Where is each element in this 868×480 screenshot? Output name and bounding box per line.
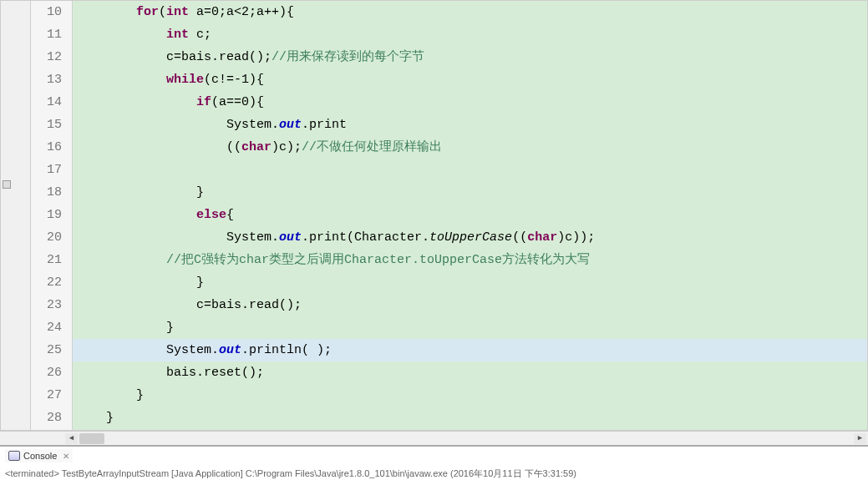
console-icon <box>8 451 20 461</box>
line-number: 14 <box>38 91 62 114</box>
line-number: 17 <box>38 159 62 181</box>
line-number: 13 <box>38 68 62 91</box>
line-number: 16 <box>38 136 62 159</box>
code-line[interactable]: for(int a=0;a<2;a++){ <box>73 1 867 23</box>
code-line[interactable]: System.out.println( ); <box>73 339 867 361</box>
line-number: 24 <box>38 316 62 339</box>
code-area: 10111213141516171819202122232425262728 f… <box>0 0 868 431</box>
code-line[interactable]: if(a==0){ <box>73 91 867 114</box>
code-line[interactable]: bais.reset(); <box>73 361 867 384</box>
code-line[interactable]: } <box>73 181 867 204</box>
code-line[interactable]: //把C强转为char类型之后调用Character.toUpperCase方法… <box>73 249 867 271</box>
code-line[interactable]: } <box>73 384 867 407</box>
line-number: 10 <box>38 1 62 23</box>
code-line[interactable]: while(c!=-1){ <box>73 68 867 91</box>
scroll-left-arrow[interactable]: ◀ <box>65 433 78 444</box>
scroll-thumb[interactable] <box>79 433 104 444</box>
line-number-gutter: 10111213141516171819202122232425262728 <box>31 1 73 430</box>
console-tab[interactable]: Console ✕ <box>5 449 73 462</box>
fold-handle[interactable] <box>3 180 11 189</box>
console-panel: Console ✕ <terminated> TestByteArrayInpu… <box>0 445 868 480</box>
line-number: 19 <box>38 204 62 226</box>
code-line[interactable]: System.out.print <box>73 114 867 136</box>
console-tab-label: Console <box>23 451 57 461</box>
left-margin <box>1 1 31 430</box>
line-number: 11 <box>38 23 62 46</box>
line-number: 22 <box>38 271 62 294</box>
line-number: 12 <box>38 46 62 68</box>
code-line[interactable]: } <box>73 271 867 294</box>
code-line[interactable]: ((char)c);//不做任何处理原样输出 <box>73 136 867 159</box>
code-line[interactable]: c=bais.read(); <box>73 294 867 316</box>
code-line[interactable]: c=bais.read();//用来保存读到的每个字节 <box>73 46 867 68</box>
line-number: 23 <box>38 294 62 316</box>
line-number: 27 <box>38 384 62 407</box>
code-content[interactable]: for(int a=0;a<2;a++){ int c; c=bais.read… <box>73 1 867 430</box>
line-number: 26 <box>38 361 62 384</box>
line-number: 20 <box>38 226 62 249</box>
line-number: 18 <box>38 181 62 204</box>
code-line[interactable]: } <box>73 407 867 429</box>
terminated-status: <terminated> TestByteArrayInputStream [J… <box>5 467 863 480</box>
code-line[interactable] <box>73 159 867 181</box>
code-line[interactable]: else{ <box>73 204 867 226</box>
editor-container: 10111213141516171819202122232425262728 f… <box>0 0 868 480</box>
code-line[interactable]: } <box>73 316 867 339</box>
code-line[interactable]: int c; <box>73 23 867 46</box>
close-icon[interactable]: ✕ <box>63 452 69 461</box>
line-number: 21 <box>38 249 62 271</box>
horizontal-scrollbar[interactable]: ◀ ▶ <box>0 431 868 445</box>
line-number: 25 <box>38 339 62 361</box>
line-number: 15 <box>38 114 62 136</box>
scroll-right-arrow[interactable]: ▶ <box>854 433 866 444</box>
code-line[interactable]: System.out.print(Character.toUpperCase((… <box>73 226 867 249</box>
line-number: 28 <box>38 407 62 429</box>
